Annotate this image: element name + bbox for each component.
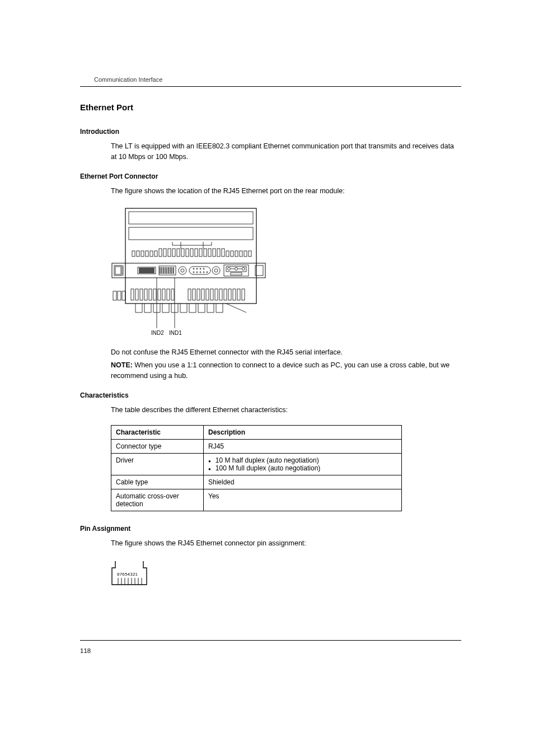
- svg-rect-29: [249, 251, 251, 256]
- cell-char: Connector type: [111, 440, 204, 454]
- svg-rect-90: [197, 289, 200, 300]
- svg-rect-85: [162, 289, 165, 300]
- svg-rect-93: [210, 289, 213, 300]
- svg-rect-94: [215, 289, 218, 300]
- svg-rect-23: [222, 249, 224, 256]
- svg-rect-100: [242, 289, 245, 300]
- svg-rect-2: [129, 227, 253, 240]
- svg-rect-81: [144, 289, 147, 300]
- svg-rect-84: [158, 289, 161, 300]
- svg-rect-10: [163, 249, 166, 256]
- svg-rect-88: [188, 289, 191, 300]
- svg-rect-28: [244, 251, 247, 256]
- svg-rect-34: [115, 267, 121, 274]
- svg-rect-22: [217, 249, 220, 256]
- cell-char: Cable type: [111, 475, 204, 489]
- svg-rect-13: [177, 249, 180, 256]
- svg-rect-6: [146, 251, 148, 256]
- svg-rect-17: [195, 249, 198, 256]
- page-header: Communication Interface: [80, 76, 461, 87]
- svg-rect-95: [219, 289, 222, 300]
- table-row: Driver 10 M half duplex (auto negotiatio…: [111, 454, 402, 475]
- svg-point-70: [242, 268, 245, 270]
- svg-rect-54: [189, 267, 210, 274]
- cell-desc: RJ45: [204, 440, 402, 454]
- heading-pin: Pin Assignment: [80, 525, 461, 533]
- cell-desc: 10 M half duplex (auto negotiation) 100 …: [204, 454, 402, 475]
- svg-rect-87: [171, 289, 174, 300]
- svg-rect-91: [202, 289, 204, 300]
- figure-rear-module: IND2 IND1: [111, 206, 461, 338]
- svg-rect-4: [137, 251, 139, 256]
- svg-point-57: [200, 268, 201, 269]
- heading-connector: Ethernet Port Connector: [80, 172, 461, 180]
- th-characteristic: Characteristic: [111, 426, 204, 440]
- svg-rect-99: [237, 289, 240, 300]
- cell-char: Driver: [111, 454, 204, 475]
- svg-rect-98: [233, 289, 236, 300]
- svg-rect-77: [122, 291, 125, 300]
- svg-point-64: [212, 267, 220, 274]
- svg-rect-76: [118, 291, 121, 300]
- svg-rect-14: [181, 249, 184, 256]
- svg-point-69: [235, 268, 238, 270]
- svg-point-63: [207, 272, 208, 273]
- cell-desc: Shielded: [204, 475, 402, 489]
- svg-rect-20: [208, 249, 211, 256]
- svg-rect-73: [231, 273, 242, 275]
- svg-rect-25: [231, 251, 233, 256]
- text-introduction: The LT is equipped with an IEEE802.3 com…: [111, 141, 461, 162]
- svg-rect-16: [190, 249, 193, 256]
- svg-rect-15: [186, 249, 189, 256]
- svg-point-53: [181, 269, 184, 272]
- svg-rect-1: [129, 212, 253, 224]
- table-row: Connector type RJ45: [111, 440, 402, 454]
- svg-rect-86: [167, 289, 170, 300]
- figure-rj45-pins: 87654321: [111, 559, 461, 594]
- text-connector-note: NOTE: When you use a 1:1 connection to c…: [111, 360, 461, 381]
- svg-rect-7: [150, 251, 153, 256]
- svg-point-56: [196, 268, 198, 269]
- fig-label-ind1: IND1: [169, 330, 182, 336]
- svg-rect-21: [213, 249, 216, 256]
- svg-point-58: [203, 268, 204, 269]
- svg-rect-92: [206, 289, 209, 300]
- svg-rect-3: [132, 251, 135, 256]
- svg-point-55: [193, 268, 194, 269]
- svg-rect-26: [235, 251, 238, 256]
- svg-rect-83: [153, 289, 156, 300]
- svg-rect-89: [193, 289, 195, 300]
- svg-rect-79: [135, 289, 138, 300]
- svg-point-60: [196, 272, 198, 273]
- svg-rect-80: [140, 289, 143, 300]
- page-footer: 118: [80, 640, 461, 655]
- svg-point-59: [193, 272, 194, 273]
- svg-rect-96: [224, 289, 227, 300]
- note-text: When you use a 1:1 connection to connect…: [111, 361, 449, 380]
- page-number: 118: [80, 647, 91, 654]
- svg-rect-75: [113, 291, 116, 300]
- bullet-item: 10 M half duplex (auto negotiation): [208, 456, 397, 464]
- th-description: Description: [204, 426, 402, 440]
- svg-rect-12: [172, 249, 175, 256]
- svg-rect-5: [141, 251, 144, 256]
- table-row: Automatic cross-over detection Yes: [111, 489, 402, 511]
- svg-rect-27: [240, 251, 242, 256]
- cell-desc: Yes: [204, 489, 402, 511]
- heading-introduction: Introduction: [80, 128, 461, 136]
- fig-label-ind2: IND2: [151, 330, 164, 336]
- svg-rect-9: [159, 249, 162, 256]
- text-characteristics: The table describes the different Ethern…: [111, 405, 461, 416]
- svg-rect-19: [204, 249, 207, 256]
- table-characteristics: Characteristic Description Connector typ…: [111, 425, 461, 511]
- svg-rect-18: [199, 249, 202, 256]
- cell-char: Automatic cross-over detection: [111, 489, 204, 511]
- svg-rect-97: [228, 289, 231, 300]
- table-row: Cable type Shielded: [111, 475, 402, 489]
- note-label: NOTE:: [111, 361, 133, 369]
- text-connector-2: Do not confuse the RJ45 Ethernet connect…: [111, 347, 461, 358]
- bullet-item: 100 M full duplex (auto negotiation): [208, 464, 397, 472]
- svg-point-68: [228, 268, 231, 270]
- pin-numbers: 87654321: [117, 572, 138, 577]
- text-pin: The figure shows the RJ45 Ethernet conne…: [111, 538, 461, 549]
